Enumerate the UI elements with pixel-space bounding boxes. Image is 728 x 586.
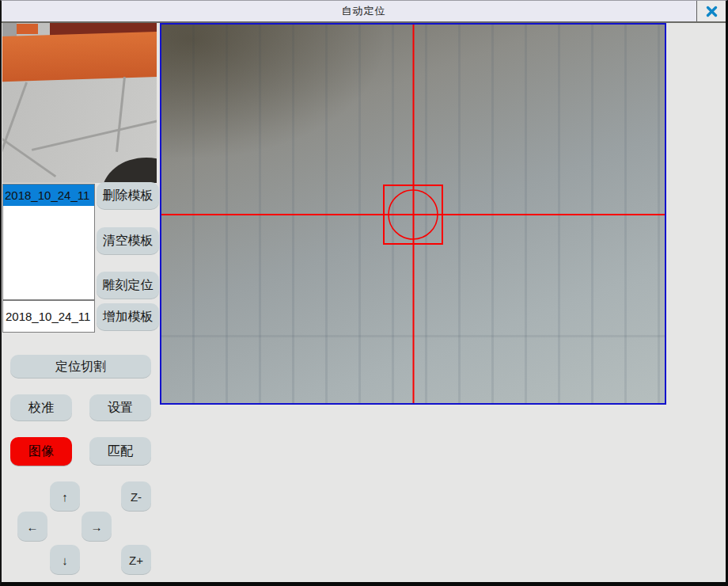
titlebar: 自动定位 [2,1,726,23]
jog-down-button[interactable]: ↓ [50,545,80,575]
calibrate-button[interactable]: 校准 [10,394,72,421]
jog-z-plus-button[interactable]: Z+ [121,545,151,575]
thumbnail-orange-patch [17,24,38,34]
thumbnail-tile-grout-line [2,137,56,177]
template-list[interactable]: 2018_10_24_11 [2,184,95,300]
jog-z-minus-button[interactable]: Z- [121,481,151,512]
auto-position-window: 自动定位 2018_10_24_11 删除模板 清空模板 雕刻定位 增加模板 定… [0,0,728,586]
add-template-button[interactable]: 增加模板 [97,303,159,331]
clear-template-button[interactable]: 清空模板 [97,227,159,255]
delete-template-button[interactable]: 删除模板 [97,182,159,210]
match-button[interactable]: 匹配 [89,437,151,466]
position-cut-button[interactable]: 定位切割 [10,355,151,379]
thumbnail-orange-beam [2,32,157,82]
engrave-position-button[interactable]: 雕刻定位 [97,272,159,299]
crosshair-overlay [161,25,665,403]
jog-right-button[interactable]: → [82,512,112,542]
window-title: 自动定位 [342,4,386,18]
camera-view [160,23,666,405]
image-button[interactable]: 图像 [10,437,72,466]
jog-left-button[interactable]: ← [17,512,47,542]
close-button[interactable] [696,1,726,21]
settings-button[interactable]: 设置 [89,394,151,421]
close-icon [706,6,718,17]
template-name-field[interactable] [2,300,95,333]
thumbnail-tile-grout-line [32,119,157,151]
template-thumbnail [2,23,157,183]
jog-up-button[interactable]: ↑ [50,481,80,512]
thumbnail-dark-object [102,158,157,183]
template-list-item[interactable]: 2018_10_24_11 [3,185,94,206]
thumbnail-tile-grout-line [116,77,126,152]
